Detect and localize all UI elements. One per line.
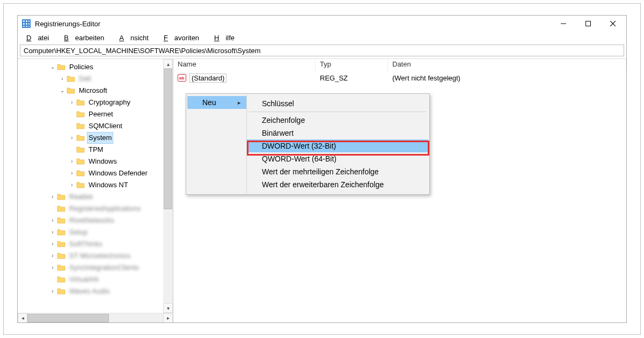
folder-icon xyxy=(76,110,85,119)
chevron-right-icon[interactable]: › xyxy=(49,262,56,274)
folder-icon xyxy=(57,193,65,201)
regedit-icon xyxy=(22,19,31,28)
scroll-right-icon[interactable]: ▸ xyxy=(163,313,173,323)
menu-separator xyxy=(249,112,426,112)
folder-icon xyxy=(67,86,75,95)
scroll-thumb[interactable] xyxy=(164,69,172,209)
column-type[interactable]: Typ xyxy=(316,59,388,72)
tree-node-blur[interactable]: › SoftThinks xyxy=(18,238,173,250)
svg-rect-5 xyxy=(26,23,27,25)
svg-rect-1 xyxy=(23,20,25,22)
tree-node-blur[interactable]: › VirtualAN xyxy=(18,274,173,285)
chevron-right-icon[interactable]: › xyxy=(49,250,56,262)
tree-node-windows-defender[interactable]: › Windows Defender xyxy=(18,167,173,179)
column-name[interactable]: Name xyxy=(173,59,316,72)
folder-icon xyxy=(76,122,85,130)
scroll-down-icon[interactable]: ▾ xyxy=(163,303,173,313)
tree-vertical-scrollbar[interactable]: ▴ ▾ xyxy=(163,59,173,313)
context-menu-new[interactable]: Neu ▸ xyxy=(187,96,246,109)
maximize-button[interactable] xyxy=(576,16,601,32)
tree-node-system[interactable]: › System xyxy=(18,132,173,144)
tree-node-windows-nt[interactable]: › Windows NT xyxy=(18,179,173,191)
chevron-right-icon[interactable]: › xyxy=(58,73,66,85)
context-menu: Neu ▸ Schlüssel Zeichenfolge Binärwert D… xyxy=(186,93,430,195)
chevron-right-icon[interactable]: › xyxy=(49,238,56,250)
chevron-right-icon[interactable]: › xyxy=(49,285,56,297)
registry-tree[interactable]: ⌄ Policies › Dell ⌄ Microsoft xyxy=(18,61,173,297)
chevron-right-icon[interactable]: › xyxy=(68,97,76,108)
tree-node-windows[interactable]: › Windows xyxy=(18,156,173,167)
svg-rect-7 xyxy=(23,26,25,27)
chevron-down-icon[interactable]: ⌄ xyxy=(49,61,56,73)
tree-node-sqmclient[interactable]: › SQMClient xyxy=(18,120,173,132)
context-menu-item-binary[interactable]: Binärwert xyxy=(247,127,428,139)
chevron-down-icon[interactable]: ⌄ xyxy=(58,85,66,97)
chevron-right-icon[interactable]: › xyxy=(49,226,56,238)
scroll-track[interactable] xyxy=(27,313,163,323)
menu-favorites[interactable]: Favoriten xyxy=(157,33,206,42)
list-item-default[interactable]: ab (Standard) REG_SZ (Wert nicht festgel… xyxy=(173,72,626,84)
scroll-left-icon[interactable]: ◂ xyxy=(18,313,27,323)
folder-icon xyxy=(57,63,65,71)
scroll-thumb[interactable] xyxy=(27,314,109,322)
scroll-track[interactable] xyxy=(163,69,173,303)
tree-pane: ⌄ Policies › Dell ⌄ Microsoft xyxy=(18,59,173,322)
folder-icon xyxy=(76,134,85,142)
svg-rect-3 xyxy=(28,20,30,22)
folder-icon xyxy=(76,98,85,107)
tree-node-blur[interactable]: › SyncIntegrationClients xyxy=(18,262,173,274)
column-data[interactable]: Daten xyxy=(388,59,626,72)
folder-icon xyxy=(76,157,85,166)
svg-rect-4 xyxy=(23,23,25,25)
folder-icon xyxy=(76,145,85,154)
context-menu-item-qword[interactable]: QWORD-Wert (64-Bit) xyxy=(247,152,428,165)
svg-rect-8 xyxy=(26,26,27,27)
context-menu-item-key[interactable]: Schlüssel xyxy=(247,97,428,110)
context-menu-item-expandstring[interactable]: Wert der erweiterbaren Zeichenfolge xyxy=(247,178,428,191)
tree-node-blur[interactable]: › Setup xyxy=(18,226,173,238)
context-menu-item-string[interactable]: Zeichenfolge xyxy=(247,114,428,127)
scroll-up-icon[interactable]: ▴ xyxy=(163,59,173,69)
tree-node-cryptography[interactable]: › Cryptography xyxy=(18,97,173,108)
chevron-right-icon[interactable]: › xyxy=(49,191,56,203)
folder-icon xyxy=(57,287,65,296)
tree-node-policies[interactable]: ⌄ Policies xyxy=(18,61,173,73)
tree-node-blur[interactable]: › Realtek xyxy=(18,191,173,203)
value-type: REG_SZ xyxy=(316,74,388,82)
value-data: (Wert nicht festgelegt) xyxy=(388,74,626,82)
address-text: Computer\HKEY_LOCAL_MACHINE\SOFTWARE\Pol… xyxy=(24,47,261,55)
folder-icon xyxy=(67,75,75,83)
menu-view[interactable]: Ansicht xyxy=(113,33,155,42)
chevron-right-icon[interactable]: › xyxy=(68,156,76,167)
svg-rect-2 xyxy=(26,20,27,22)
chevron-right-icon[interactable]: › xyxy=(49,215,56,226)
context-submenu-new: Schlüssel Zeichenfolge Binärwert DWORD-W… xyxy=(246,95,428,193)
window-title: Registrierungs-Editor xyxy=(35,20,100,28)
address-bar[interactable]: Computer\HKEY_LOCAL_MACHINE\SOFTWARE\Pol… xyxy=(20,45,624,56)
minimize-button[interactable] xyxy=(551,16,576,32)
tree-node-peernet[interactable]: › Peernet xyxy=(18,108,173,120)
folder-icon xyxy=(57,275,65,284)
tree-node-tpm[interactable]: › TPM xyxy=(18,144,173,156)
title-bar[interactable]: Registrierungs-Editor xyxy=(18,16,626,32)
menu-file[interactable]: Datei xyxy=(20,33,55,42)
tree-node-blur[interactable]: › RivetNetworks xyxy=(18,215,173,226)
tree-node-microsoft[interactable]: ⌄ Microsoft xyxy=(18,85,173,97)
svg-rect-9 xyxy=(28,26,30,27)
close-button[interactable] xyxy=(601,16,625,32)
chevron-right-icon: ▸ xyxy=(238,99,241,106)
chevron-right-icon[interactable]: › xyxy=(68,132,76,144)
tree-node-blur[interactable]: › Waves Audio xyxy=(18,285,173,297)
chevron-right-icon[interactable]: › xyxy=(68,167,76,179)
tree-node-dell[interactable]: › Dell xyxy=(18,73,173,85)
chevron-right-icon[interactable]: › xyxy=(68,179,76,191)
string-value-icon: ab xyxy=(178,74,186,82)
tree-node-blur[interactable]: › ST Microelectronics xyxy=(18,250,173,262)
tree-horizontal-scrollbar[interactable]: ◂ ▸ xyxy=(18,313,173,322)
tree-node-blur[interactable]: › RegisteredApplications xyxy=(18,203,173,215)
context-menu-item-dword[interactable]: DWORD-Wert (32-Bit) xyxy=(247,139,428,152)
menu-edit[interactable]: Bearbeiten xyxy=(57,33,111,42)
folder-icon xyxy=(57,263,65,272)
context-menu-item-multistring[interactable]: Wert der mehrteiligen Zeichenfolge xyxy=(247,165,428,178)
menu-help[interactable]: Hilfe xyxy=(208,33,241,42)
